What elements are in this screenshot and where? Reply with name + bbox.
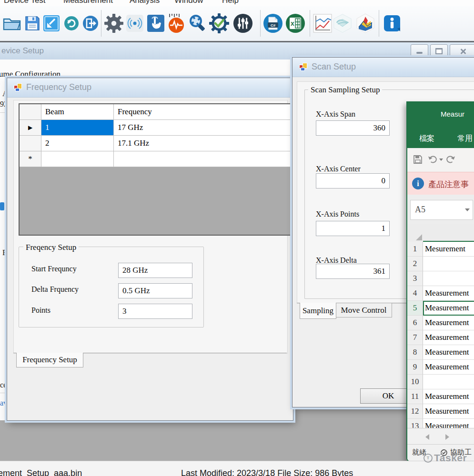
menu-measurement[interactable]: Measurement (63, 0, 113, 5)
sheet-cell[interactable]: Measurement (423, 316, 474, 330)
surface-plot-icon[interactable] (332, 9, 353, 38)
name-box-caret[interactable] (465, 208, 470, 211)
x-axis-span-input[interactable]: 360 (316, 120, 390, 136)
row-header[interactable]: 1 (407, 242, 423, 257)
frequency-setup-window: Frequency Setup Beam Frequency ▶ 1 17 GH… (7, 78, 293, 421)
beam-cell[interactable]: 1 (41, 120, 114, 136)
menu-help[interactable]: Help (222, 0, 239, 5)
column-header-frequency[interactable]: Frequency (114, 104, 293, 120)
maximize-icon (435, 48, 443, 54)
import-icon[interactable] (41, 9, 62, 38)
sheet-cell[interactable]: Mesurement (423, 242, 474, 257)
save-icon[interactable] (22, 9, 43, 38)
tab-move-control[interactable]: Move Control (335, 303, 392, 317)
column-header-beam[interactable]: Beam (41, 104, 114, 120)
row-header[interactable]: 12 (407, 404, 423, 419)
product-notice-bar[interactable]: i 產品注意事 (407, 172, 474, 196)
redo-icon[interactable] (445, 155, 456, 166)
excel-export-icon[interactable]: x (285, 9, 306, 38)
refresh-icon[interactable] (61, 9, 82, 38)
search-gear-icon[interactable] (187, 9, 208, 38)
sheet-cell[interactable]: Measurement (423, 404, 474, 419)
touch-input-icon[interactable] (145, 9, 166, 38)
sheet-cell[interactable]: Measurement (423, 419, 474, 428)
row-header[interactable]: 2 (407, 257, 423, 271)
row-header[interactable]: 11 (407, 389, 423, 404)
row-header[interactable]: 10 (407, 375, 423, 389)
tab-sampling[interactable]: Sampling (300, 303, 336, 319)
frequency-setup-titlebar[interactable]: Frequency Setup (7, 78, 293, 98)
row-header[interactable]: 13 (407, 419, 423, 428)
undo-icon[interactable] (427, 155, 438, 166)
equalizer-icon[interactable] (232, 9, 253, 38)
info-icon[interactable] (382, 9, 403, 38)
x-axis-center-input[interactable]: 0 (316, 173, 390, 188)
menu-window[interactable]: Window (174, 0, 203, 5)
frequency-cell[interactable]: 17 GHz (114, 120, 293, 136)
new-row-selector[interactable]: * (20, 151, 41, 167)
save-icon[interactable] (413, 155, 423, 166)
next-sheet-arrow-icon[interactable] (445, 434, 449, 440)
sheet-cell[interactable]: Measurement (423, 330, 474, 345)
undo-dropdown-caret[interactable] (439, 159, 443, 161)
select-all-corner[interactable] (407, 224, 424, 242)
sheet-cell[interactable] (423, 257, 474, 271)
close-button[interactable] (450, 44, 474, 58)
open-folder-icon[interactable] (2, 9, 23, 38)
sheet-cell[interactable] (423, 271, 474, 286)
file-name-status: ement_Setup_aaa.bin (0, 468, 82, 476)
maximize-button[interactable] (430, 44, 448, 58)
link-fragment[interactable]: av (0, 399, 7, 407)
name-box[interactable]: A5 (410, 200, 473, 220)
sheet-header-row (407, 224, 474, 242)
sheet-cell[interactable]: Measurement (423, 345, 474, 360)
row-header[interactable]: 9 (407, 360, 423, 375)
x-axis-span-label: X-Axis Span (316, 110, 355, 119)
toolbar-separator (260, 10, 261, 37)
row-header[interactable]: 8 (407, 345, 423, 360)
sheet-cell[interactable]: Measurement (423, 389, 474, 404)
prev-sheet-arrow-icon[interactable] (425, 434, 429, 440)
settings-gear-icon[interactable] (103, 9, 124, 38)
tab-frequency-setup[interactable]: Frequency Setup (16, 353, 83, 367)
surface-3d-icon[interactable] (355, 9, 376, 38)
row-header[interactable]: 4 (407, 286, 423, 301)
start-frequency-input[interactable]: 28 GHz (118, 263, 192, 278)
scan-setup-titlebar[interactable]: Scan Setup (292, 58, 474, 77)
sheet-cell[interactable]: Measurement (423, 286, 474, 301)
csharp-file-icon[interactable]: C# (262, 9, 283, 38)
exit-icon[interactable] (80, 9, 101, 38)
row-header[interactable]: 6 (407, 316, 423, 330)
delta-frequency-input[interactable]: 0.5 GHz (118, 283, 192, 298)
line-chart-icon[interactable] (312, 9, 333, 38)
frequency-cell[interactable] (114, 151, 293, 167)
ribbon-tab-file[interactable]: 檔案 (419, 134, 434, 144)
row-header[interactable]: 3 (407, 271, 423, 286)
ribbon-tab-home[interactable]: 常用 (457, 134, 473, 144)
excel-titlebar[interactable]: Measur (407, 102, 474, 128)
minimize-button[interactable] (411, 44, 428, 58)
points-input[interactable]: 3 (118, 304, 192, 319)
sheet-cell[interactable]: Measurement (423, 360, 474, 375)
row-header[interactable]: 7 (407, 330, 423, 345)
waveform-icon[interactable] (166, 9, 187, 38)
frequency-cell[interactable]: 17.1 GHz (114, 136, 293, 151)
quick-access-toolbar (407, 148, 474, 172)
selected-cell-a5[interactable]: Measurement (423, 301, 474, 316)
gear-check-icon[interactable] (209, 9, 230, 38)
wireless-signal-icon[interactable] (124, 9, 145, 38)
start-frequency-label: Start Frequncy (31, 265, 77, 273)
row-selector[interactable]: ▶ (20, 120, 41, 136)
app-root: Device Test Measurement Analysis Window … (0, 0, 474, 476)
x-axis-delta-input[interactable]: 361 (316, 264, 390, 279)
row-selector[interactable] (20, 136, 41, 151)
sheet-cell[interactable] (423, 375, 474, 389)
beam-cell[interactable] (41, 151, 114, 167)
column-a-header[interactable] (423, 224, 474, 242)
grid-corner-cell[interactable] (20, 104, 41, 120)
menu-analysis[interactable]: Analysis (130, 0, 160, 5)
beam-cell[interactable]: 2 (41, 136, 114, 151)
row-header[interactable]: 5 (407, 301, 423, 316)
menu-device-test[interactable]: Device Test (4, 0, 46, 5)
x-axis-points-input[interactable]: 1 (316, 221, 390, 236)
